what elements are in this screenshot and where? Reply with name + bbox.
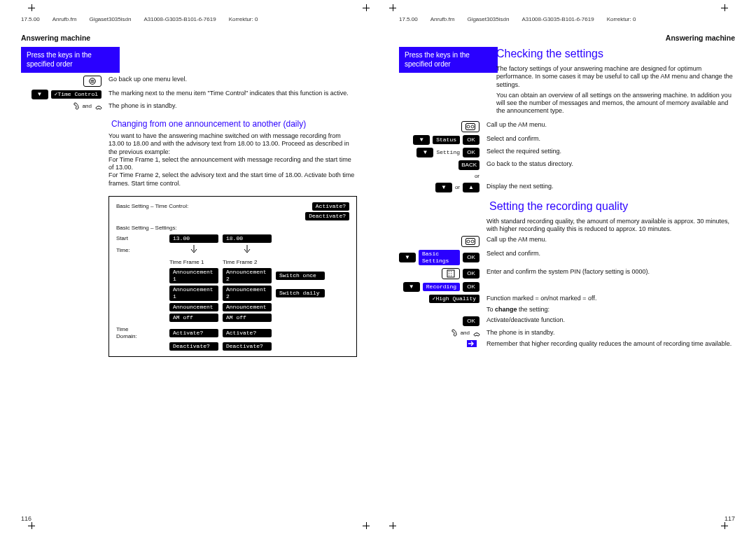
down-key[interactable]: ▼ xyxy=(31,90,48,99)
ok-key[interactable]: OK xyxy=(463,316,479,326)
ok-key[interactable]: OK xyxy=(463,253,479,262)
meta-row: 17.5.00 Anrufb.fm Gigaset3035isdn A31008… xyxy=(399,15,735,24)
fig-label: Basic Setting – Settings: xyxy=(116,225,349,232)
fig-time-label: Time: xyxy=(116,247,165,254)
activate-chip: Activate? xyxy=(312,202,349,211)
step-row: ✓High Quality Function marked = on/not m… xyxy=(399,295,735,303)
left-column: Press the keys in the specified order xyxy=(399,47,486,118)
step-desc: Display the next setting. xyxy=(486,183,735,190)
ok-key[interactable]: OK xyxy=(463,135,479,145)
handset-down-icon[interactable] xyxy=(472,329,479,337)
press-keys-box: Press the keys in the specified order xyxy=(399,47,498,73)
down-key[interactable]: ▼ xyxy=(403,282,420,292)
fig-label: Basic Setting – Time Control: xyxy=(116,203,188,210)
activate-chip: Activate? xyxy=(223,329,272,337)
step-desc: Activate/deactivate function. xyxy=(486,316,735,324)
meta-file: Anrufb.fm xyxy=(430,16,455,23)
down-key[interactable]: ▼ xyxy=(416,148,433,157)
activate-chip: Activate? xyxy=(169,329,218,337)
section-heading: Checking the settings xyxy=(496,47,735,61)
switch-chip: Switch once xyxy=(276,272,325,280)
right-column: Checking the settings The factory settin… xyxy=(496,47,735,118)
step-desc: Go back to the status directory. xyxy=(486,160,735,168)
ok-key[interactable]: OK xyxy=(463,269,479,279)
meta-row: 17.5.00 Anrufb.fm Gigaset3035isdn A31008… xyxy=(21,15,357,24)
am-menu-icon[interactable] xyxy=(461,121,479,132)
paragraph: You want to have the answering machine s… xyxy=(108,132,357,188)
running-head: Answering machine xyxy=(21,34,357,43)
step-desc: Call up the AM menu. xyxy=(486,121,735,129)
handset-down-icon[interactable] xyxy=(94,102,102,111)
switch-chip: Switch daily xyxy=(276,289,325,297)
step-desc: Select and confirm. xyxy=(486,250,735,258)
time-control-figure: Basic Setting – Time Control: Activate? … xyxy=(108,196,357,357)
basic-settings-chip: Basic Settings xyxy=(419,250,460,265)
page-116: 17.5.00 Anrufb.fm Gigaset3035isdn A31008… xyxy=(0,0,378,534)
step-row: and The phone is in standby. xyxy=(399,329,735,337)
step-desc: Select and confirm. xyxy=(486,135,735,143)
step-row: ▼ Setting OK Select the required setting… xyxy=(399,148,735,157)
note-row: Remember that higher recording quality r… xyxy=(399,340,735,348)
back-key[interactable]: BACK xyxy=(458,160,479,170)
svg-point-5 xyxy=(467,240,470,243)
am-menu-icon[interactable] xyxy=(461,236,479,247)
up-key[interactable]: ▲ xyxy=(463,183,479,192)
time-control-chip: ✓Time Control xyxy=(51,90,102,99)
note-icon xyxy=(467,340,477,347)
paragraph: The factory settings of your answering m… xyxy=(496,65,735,89)
step-row: Call up the AM menu. xyxy=(399,236,735,247)
step-desc: Enter and confirm the system PIN (factor… xyxy=(486,268,735,276)
ann-chip: Announcement 2 xyxy=(223,286,272,301)
ok-key[interactable]: OK xyxy=(463,148,479,157)
press-keys-box: Press the keys in the specified order xyxy=(21,47,120,73)
deactivate-chip: Deactivate? xyxy=(305,212,349,220)
down-arrow-icon xyxy=(190,245,198,255)
ann-chip: Announcement 1 xyxy=(169,268,218,283)
svg-point-2 xyxy=(467,125,470,128)
fig-start-label: Start xyxy=(116,235,165,242)
step-row: To change the setting: xyxy=(399,306,735,314)
setting-label: Setting xyxy=(436,149,460,156)
and-label: and xyxy=(461,330,470,337)
section-heading: Changing from one announcement to anothe… xyxy=(111,119,357,129)
down-arrow-icon xyxy=(243,245,251,255)
step-desc: Go back up one menu level. xyxy=(108,76,357,83)
menu-icon[interactable] xyxy=(83,76,102,87)
paragraph: With standard recording quality, the amo… xyxy=(486,218,735,234)
or-label: or xyxy=(475,173,479,180)
handset-lift-icon[interactable] xyxy=(451,329,458,337)
step-row: ▼ Recording OK xyxy=(399,282,735,292)
meta-korrektur: Korrektur: 0 xyxy=(229,16,258,23)
down-key[interactable]: ▼ xyxy=(435,183,452,192)
running-head: Answering machine xyxy=(399,34,735,43)
sheet: 17.5.00 Anrufb.fm Gigaset3035isdn A31008… xyxy=(0,0,756,534)
section-heading: Setting the recording quality xyxy=(489,199,735,213)
step-desc: Call up the AM menu. xyxy=(486,236,735,244)
step-row: ▼ ✓Time Control The marking next to the … xyxy=(21,90,357,99)
step-row: OK Activate/deactivate function. xyxy=(399,316,735,326)
right-column xyxy=(118,47,357,73)
down-key[interactable]: ▼ xyxy=(399,253,416,262)
step-desc: The phone is in standby. xyxy=(486,329,735,337)
page-number: 116 xyxy=(21,515,31,523)
meta-file: Anrufb.fm xyxy=(52,16,77,23)
meta-date: 17.5.00 xyxy=(21,16,40,23)
left-column: Press the keys in the specified order xyxy=(21,47,108,73)
ok-key[interactable]: OK xyxy=(463,282,479,292)
or-row: or xyxy=(399,173,735,180)
step-row: ▼ or ▲ Display the next setting. xyxy=(399,183,735,192)
handset-lift-icon[interactable] xyxy=(73,102,80,111)
deactivate-chip: Deactivate? xyxy=(169,342,218,351)
column-wrap: Press the keys in the specified order xyxy=(21,47,357,73)
keypad-icon[interactable] xyxy=(442,268,460,279)
meta-doc: A31008-G3035-B101-6-7619 xyxy=(522,16,594,23)
tf1-label: Time Frame 1 xyxy=(169,259,218,266)
and-label: and xyxy=(83,103,92,110)
step-desc: Select the required setting. xyxy=(486,148,735,155)
step-desc: The phone is in standby. xyxy=(108,102,357,110)
step-row: Call up the AM menu. xyxy=(399,121,735,132)
para-row: With standard recording quality, the amo… xyxy=(399,218,735,234)
figure-row: Basic Setting – Time Control: Activate? … xyxy=(21,190,357,357)
amoff-chip: AM off xyxy=(223,314,272,322)
down-key[interactable]: ▼ xyxy=(413,135,430,145)
